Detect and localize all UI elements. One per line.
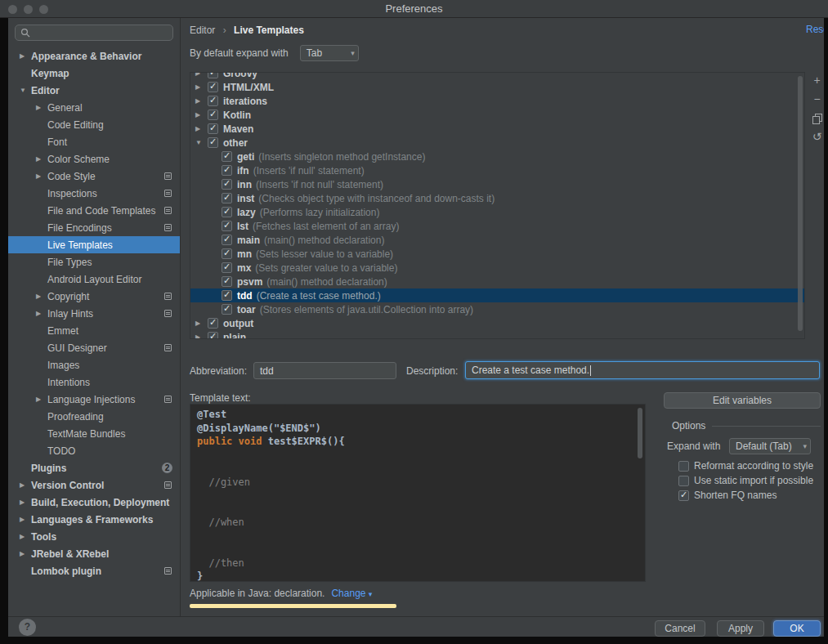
sidebar-item-copyright[interactable]: ▶Copyright (8, 288, 180, 305)
sidebar-item-general[interactable]: ▶General (8, 99, 180, 116)
template-row-lst[interactable]: ✓lst(Fetches last element of an array) (190, 219, 804, 233)
template-checkbox[interactable]: ✓ (208, 82, 218, 92)
chevron-right-icon[interactable]: ▶ (20, 481, 31, 489)
sidebar-item-inspections[interactable]: Inspections (8, 185, 180, 202)
sidebar-item-editor[interactable]: ▼Editor (8, 82, 180, 99)
sidebar-item-emmet[interactable]: Emmet (8, 322, 180, 339)
expand-with-select[interactable]: Default (Tab) ▾ (729, 438, 811, 454)
template-checkbox[interactable]: ✓ (222, 165, 232, 176)
sidebar-item-keymap[interactable]: Keymap (8, 65, 180, 82)
template-group-maven[interactable]: ▶✓Maven (190, 122, 804, 136)
template-row-geti[interactable]: ✓geti(Inserts singleton method getInstan… (190, 150, 804, 163)
sidebar-item-appearance-behavior[interactable]: ▶Appearance & Behavior (8, 47, 180, 65)
chevron-right-icon[interactable]: ▶ (195, 320, 208, 327)
scrollbar-thumb[interactable] (798, 76, 803, 331)
chevron-right-icon[interactable]: ▶ (36, 396, 47, 403)
chevron-right-icon[interactable]: ▶ (36, 172, 47, 180)
template-checkbox[interactable]: ✓ (208, 137, 218, 148)
template-checkbox[interactable]: ✓ (222, 276, 232, 287)
chevron-right-icon[interactable]: ▶ (20, 533, 31, 540)
sidebar-item-live-templates[interactable]: Live Templates (8, 236, 180, 253)
template-checkbox[interactable]: ✓ (222, 151, 232, 162)
template-row-mn[interactable]: ✓mn(Sets lesser value to a variable) (190, 247, 804, 261)
template-checkbox[interactable]: ✓ (208, 96, 218, 106)
sidebar-item-file-types[interactable]: File Types (8, 253, 180, 271)
chevron-right-icon[interactable]: ▶ (195, 333, 208, 339)
template-group-other[interactable]: ▼✓other (190, 136, 804, 150)
sidebar-item-version-control[interactable]: ▶Version Control (8, 476, 180, 494)
add-icon[interactable]: + (812, 75, 823, 87)
chevron-down-icon[interactable]: ▼ (195, 139, 208, 146)
sidebar-item-build-execution-deployment[interactable]: ▶Build, Execution, Deployment (8, 494, 180, 511)
cancel-button[interactable]: Cancel (655, 620, 705, 637)
sidebar-item-code-editing[interactable]: Code Editing (8, 116, 180, 133)
template-checkbox[interactable]: ✓ (222, 304, 232, 315)
chevron-right-icon[interactable]: ▶ (195, 125, 208, 132)
template-checkbox[interactable]: ✓ (208, 123, 218, 134)
duplicate-icon[interactable] (812, 113, 823, 124)
option-use-static-import-if-possible[interactable]: Use static import if possible (678, 473, 813, 488)
template-checkbox[interactable]: ✓ (208, 110, 218, 120)
sidebar-item-language-injections[interactable]: ▶Language Injections (8, 391, 180, 408)
help-button[interactable]: ? (19, 619, 36, 636)
sidebar-item-plugins[interactable]: Plugins2 (8, 459, 180, 476)
template-text-editor[interactable]: @Test@DisplayName("$END$")public void te… (190, 404, 646, 582)
apply-button[interactable]: Apply (717, 620, 764, 637)
chevron-right-icon[interactable]: ▶ (20, 516, 31, 523)
close-button[interactable] (8, 5, 17, 14)
chevron-right-icon[interactable]: ▶ (20, 499, 31, 506)
editor-scrollbar[interactable] (637, 406, 643, 579)
reset-link[interactable]: Reset (806, 24, 824, 35)
remove-icon[interactable]: − (812, 94, 823, 105)
template-row-inn[interactable]: ✓inn(Inserts 'if not null' statement) (190, 177, 804, 191)
template-checkbox[interactable]: ✓ (208, 72, 218, 78)
option-reformat-according-to-style[interactable]: Reformat according to style (678, 458, 813, 473)
sidebar-item-color-scheme[interactable]: ▶Color Scheme (8, 150, 180, 168)
sidebar-item-proofreading[interactable]: Proofreading (8, 408, 180, 425)
template-checkbox[interactable]: ✓ (208, 318, 218, 329)
template-row-toar[interactable]: ✓toar(Stores elements of java.util.Colle… (190, 302, 804, 316)
template-group-groovy[interactable]: ▶✓Groovy (190, 72, 804, 80)
chevron-right-icon[interactable]: ▶ (36, 104, 47, 111)
settings-search-input[interactable] (15, 25, 173, 41)
template-row-psvm[interactable]: ✓psvm(main() method declaration) (190, 275, 804, 288)
chevron-right-icon[interactable]: ▶ (36, 293, 47, 300)
template-checkbox[interactable]: ✓ (222, 193, 232, 203)
template-row-ifn[interactable]: ✓ifn(Inserts 'if null' statement) (190, 163, 804, 177)
edit-variables-button[interactable]: Edit variables (664, 392, 821, 409)
template-row-inst[interactable]: ✓inst(Checks object type with instanceof… (190, 191, 804, 205)
sidebar-item-textmate-bundles[interactable]: TextMate Bundles (8, 425, 180, 442)
description-input[interactable]: Create a test case method. (465, 361, 820, 379)
template-checkbox[interactable]: ✓ (222, 179, 232, 190)
option-checkbox[interactable] (678, 461, 689, 472)
ok-button[interactable]: OK (773, 620, 821, 637)
chevron-right-icon[interactable]: ▶ (195, 83, 208, 91)
chevron-right-icon[interactable]: ▶ (195, 97, 208, 105)
template-group-output[interactable]: ▶✓output (190, 316, 804, 330)
template-checkbox[interactable]: ✓ (222, 262, 232, 273)
breadcrumb-parent[interactable]: Editor (190, 25, 215, 36)
sidebar-item-todo[interactable]: TODO (8, 442, 180, 459)
sidebar-item-android-layout-editor[interactable]: Android Layout Editor (8, 271, 180, 288)
default-expand-select[interactable]: Tab ▾ (300, 45, 359, 61)
minimize-button[interactable] (24, 5, 33, 14)
sidebar-item-intentions[interactable]: Intentions (8, 373, 180, 391)
template-group-iterations[interactable]: ▶✓iterations (190, 94, 804, 108)
chevron-right-icon[interactable]: ▶ (36, 310, 47, 317)
template-checkbox[interactable]: ✓ (208, 332, 218, 339)
chevron-down-icon[interactable]: ▼ (20, 87, 31, 94)
template-group-kotlin[interactable]: ▶✓Kotlin (190, 108, 804, 122)
sidebar-item-languages-frameworks[interactable]: ▶Languages & Frameworks (8, 511, 180, 528)
change-link[interactable]: Change ▾ (331, 588, 372, 599)
sidebar-item-lombok-plugin[interactable]: Lombok plugin (8, 562, 180, 579)
scrollbar-thumb[interactable] (638, 408, 642, 458)
sidebar-item-jrebel-xrebel[interactable]: ▶JRebel & XRebel (8, 545, 180, 562)
template-row-mx[interactable]: ✓mx(Sets greater value to a variable) (190, 261, 804, 275)
sidebar-item-file-encodings[interactable]: File Encodings (8, 219, 180, 236)
option-checkbox[interactable]: ✓ (678, 490, 689, 501)
sidebar-item-file-and-code-templates[interactable]: File and Code Templates (8, 202, 180, 219)
template-row-main[interactable]: ✓main(main() method declaration) (190, 233, 804, 247)
chevron-right-icon[interactable]: ▶ (195, 111, 208, 119)
chevron-right-icon[interactable]: ▶ (20, 550, 31, 557)
sidebar-item-inlay-hints[interactable]: ▶Inlay Hints (8, 305, 180, 322)
